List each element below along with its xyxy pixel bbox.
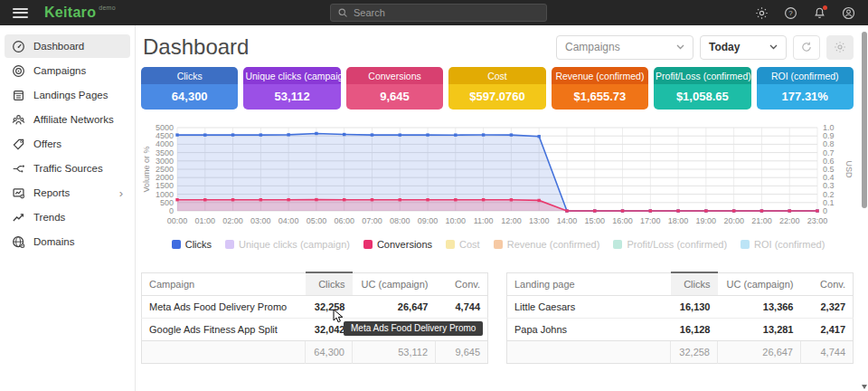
column-header-uc-campaign[interactable]: UC (campaign) <box>353 272 436 296</box>
scrollbar-thumb[interactable] <box>862 32 867 208</box>
sidebar: DashboardCampaignsLandings PagesAffiliat… <box>0 25 136 391</box>
table-row[interactable]: Little Caesars16,13013,3662,327 <box>507 296 854 319</box>
table-row[interactable]: Meta Ads Food Delivery Promo32,25826,647… <box>142 296 488 319</box>
legend-item-revenue-confirmed[interactable]: Revenue (confirmed) <box>494 239 600 250</box>
column-header-conv[interactable]: Conv. <box>436 272 488 296</box>
legend-item-roi-confirmed[interactable]: ROI (confirmed) <box>741 239 825 250</box>
vertical-scrollbar[interactable] <box>861 25 868 391</box>
help-icon[interactable]: ? <box>784 6 797 20</box>
sidebar-item-label: Traffic Sources <box>33 163 103 174</box>
svg-text:4500: 4500 <box>156 131 174 140</box>
search-input[interactable]: Search <box>330 4 547 22</box>
refresh-button[interactable] <box>793 35 820 60</box>
sidebar-item-label: Domains <box>33 236 74 247</box>
legend-item-unique-clicks-campaign[interactable]: Unique clicks (campaign) <box>225 239 350 250</box>
svg-text:500: 500 <box>160 198 174 207</box>
metric-card-conversions[interactable]: Conversions9,645 <box>346 67 443 110</box>
metric-label: Unique clicks (campaign) <box>243 67 340 84</box>
top-bar: Keitarodemo Search ? <box>0 0 868 25</box>
trends-icon <box>12 211 25 224</box>
row-tooltip: Meta Ads Food Delivery Promo <box>344 321 483 336</box>
sidebar-item-affiliate-networks[interactable]: Affiliate Networks <box>5 108 130 131</box>
legend-label: Unique clicks (campaign) <box>239 239 350 250</box>
sidebar-item-campaigns[interactable]: Campaigns <box>5 59 130 82</box>
column-header-clicks[interactable]: Clicks <box>671 272 718 296</box>
metric-card-revenue-confirmed[interactable]: Revenue (confirmed)$1,655.73 <box>552 67 648 110</box>
row-value: 2,327 <box>801 296 854 319</box>
legend-swatch <box>363 240 373 249</box>
chevron-down-icon <box>676 44 684 50</box>
sidebar-item-offers[interactable]: Offers <box>5 132 130 156</box>
page-header: Dashboard Campaigns Today <box>136 25 861 67</box>
legend-item-profit-loss-confirmed[interactable]: Profit/Loss (confirmed) <box>613 239 727 250</box>
page-title: Dashboard <box>143 34 249 60</box>
sidebar-item-traffic-sources[interactable]: Traffic Sources <box>5 157 130 180</box>
scrollbar-down-arrow[interactable] <box>862 385 867 389</box>
dashboard-controls: Campaigns Today <box>556 35 854 60</box>
sidebar-item-domains[interactable]: Domains <box>5 230 130 253</box>
metric-card-clicks[interactable]: Clicks64,300 <box>141 67 238 110</box>
sidebar-item-label: Landings Pages <box>33 90 108 100</box>
account-icon[interactable] <box>842 6 855 20</box>
row-value: 4,744 <box>436 296 488 319</box>
svg-text:4000: 4000 <box>156 139 174 148</box>
svg-text:14:00: 14:00 <box>557 216 578 225</box>
traffic-chart[interactable]: 0500100015002000250030003500400045005000… <box>141 120 854 234</box>
metric-card-profit-loss-confirmed[interactable]: Profit/Loss (confirmed)$1,058.65 <box>654 67 750 110</box>
landing-pages-icon <box>12 89 25 102</box>
sidebar-item-trends[interactable]: Trends <box>5 205 130 229</box>
legend-item-cost[interactable]: Cost <box>446 239 480 250</box>
chevron-right-icon: › <box>119 187 123 199</box>
metric-card-cost[interactable]: Cost$597.0760 <box>448 67 545 110</box>
svg-text:08:00: 08:00 <box>390 216 410 225</box>
metric-card-roi-confirmed[interactable]: ROI (confirmed)177.31% <box>757 67 854 110</box>
sidebar-item-label: Offers <box>33 138 61 149</box>
row-name: Little Caesars <box>507 296 671 319</box>
chevron-down-icon <box>769 44 778 50</box>
topbar-actions: ? <box>755 6 855 20</box>
svg-text:Volume or %: Volume or % <box>142 146 151 192</box>
app-logo[interactable]: Keitarodemo <box>44 5 116 21</box>
legend-item-clicks[interactable]: Clicks <box>172 239 212 250</box>
sidebar-item-label: Campaigns <box>33 65 86 76</box>
svg-text:16:00: 16:00 <box>612 216 633 225</box>
offers-icon <box>12 138 25 151</box>
sidebar-item-dashboard[interactable]: Dashboard <box>5 34 130 58</box>
metric-label: ROI (confirmed) <box>757 67 854 84</box>
svg-text:0.9: 0.9 <box>823 131 835 140</box>
campaigns-icon <box>12 64 25 78</box>
svg-text:10:00: 10:00 <box>446 216 467 225</box>
svg-text:01:00: 01:00 <box>195 216 216 225</box>
legend-label: Cost <box>459 239 480 250</box>
gear-icon[interactable] <box>755 6 769 20</box>
column-header-conv[interactable]: Conv. <box>801 272 854 296</box>
date-range-select[interactable]: Today <box>700 35 787 60</box>
legend-label: ROI (confirmed) <box>754 239 825 250</box>
svg-text:0.6: 0.6 <box>823 157 835 166</box>
dashboard-settings-button[interactable] <box>826 35 854 60</box>
column-header-clicks[interactable]: Clicks <box>306 272 353 296</box>
search-placeholder: Search <box>354 7 385 18</box>
totals-row: 32,25826,6474,744 <box>507 341 854 364</box>
metric-card-unique-clicks-campaign[interactable]: Unique clicks (campaign)53,112 <box>243 67 340 110</box>
campaigns-filter-select[interactable]: Campaigns <box>556 35 693 60</box>
legend-swatch <box>225 240 234 249</box>
svg-text:0.1: 0.1 <box>823 198 835 207</box>
bell-icon[interactable] <box>813 6 826 20</box>
table-row[interactable]: Papa Johns16,12813,2812,417 <box>507 319 854 341</box>
column-header-uc-campaign[interactable]: UC (campaign) <box>718 272 801 296</box>
row-value: 2,417 <box>801 319 854 341</box>
svg-text:0.5: 0.5 <box>823 165 835 174</box>
metric-label: Profit/Loss (confirmed) <box>654 67 750 84</box>
svg-text:13:00: 13:00 <box>529 216 550 225</box>
legend-item-conversions[interactable]: Conversions <box>363 239 432 250</box>
totals-row: 64,30053,1129,645 <box>142 341 488 364</box>
svg-text:0: 0 <box>169 206 174 215</box>
row-name: Papa Johns <box>507 319 671 341</box>
menu-icon[interactable] <box>13 8 28 18</box>
search-icon <box>337 7 348 18</box>
sidebar-item-reports[interactable]: Reports› <box>5 181 130 205</box>
metric-label: Conversions <box>346 67 443 84</box>
traffic-sources-icon <box>12 162 25 176</box>
sidebar-item-landings-pages[interactable]: Landings Pages <box>5 83 130 107</box>
